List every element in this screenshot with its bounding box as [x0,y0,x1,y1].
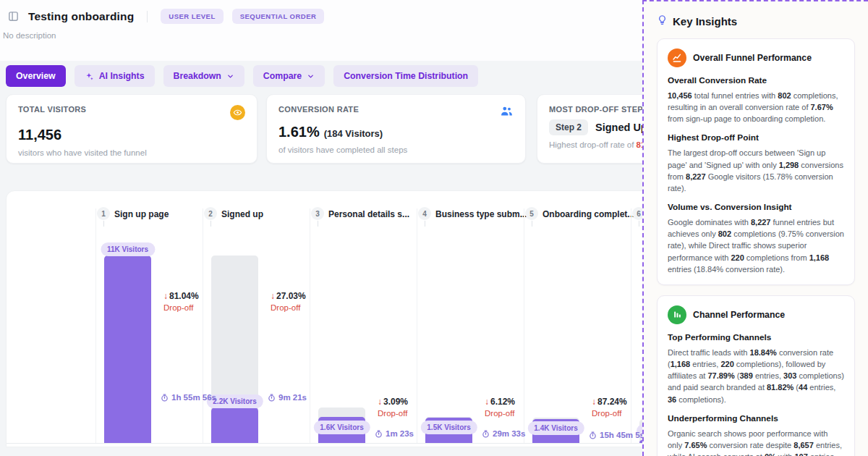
dropoff-percent: ↓87.24% [592,397,627,407]
overall-funnel-performance-icon [668,48,686,67]
dropoff-percent: ↓3.09% [378,397,408,407]
insight-card-title: Overall Funnel Performance [693,53,812,63]
funnel-column-separator [631,208,631,443]
step-tick [639,221,639,227]
insight-section-heading: Overall Conversion Rate [668,75,844,85]
visitors-badge: 1.5K Visitors [420,421,477,434]
time-to-convert: 1m 23s [375,429,414,438]
step-number-badge: Step 2 [549,119,588,135]
stopwatch-icon [375,430,383,438]
step-tick [425,221,425,227]
visitors-badge: 11K Visitors [101,242,155,256]
insight-card-header: Channel Performance [668,305,844,324]
funnel-board-icon [7,10,20,22]
chevron-down-icon [307,72,315,80]
dropoff-annotation: ↓27.03%Drop-off [271,291,306,312]
dropoff-label: Drop-off [592,409,627,418]
insight-card-header: Overall Funnel Performance [668,48,844,67]
step-tick [210,221,211,227]
channel-performance-icon [668,305,686,324]
dropoff-annotation: ↓87.24%Drop-off [592,397,627,418]
tab-conversion-time-distribution[interactable]: Conversion Time Distribution [333,65,478,87]
stopwatch-icon [161,394,169,402]
dropoff-label: Drop-off [163,303,199,312]
down-arrow-icon: ↓ [485,397,489,407]
step-number: 4 [418,207,431,220]
eye-icon [230,105,245,120]
stopwatch-icon [589,431,597,439]
total-visitors-description: visitors who have visited the funnel [18,148,245,157]
insight-section-heading: Top Performing Channels [668,332,844,342]
dropoff-annotation: ↓81.04%Drop-off [163,291,199,312]
key-insights-panel: Key Insights Overall Funnel PerformanceO… [642,0,868,456]
stopwatch-icon [482,430,490,438]
step-label: Business type subm... [435,209,527,219]
insight-section-body: Direct traffic leads with 18.84% convers… [668,347,844,405]
total-visitors-label: TOTAL VISITORS [18,105,86,114]
step-label: Sign up page [114,209,169,219]
time-to-convert: 9m 21s [268,393,307,402]
step-tick [103,221,104,227]
insight-section-heading: Underperforming Channels [668,413,844,423]
dropoff-percent: ↓27.03% [271,291,306,301]
step-number: 3 [311,207,324,220]
sequential-order-badge: SEQUENTIAL ORDER [232,9,325,24]
time-to-convert: 15h 45m 5s [589,431,644,439]
visitors-badge: 1.6K Visitors [313,421,370,434]
step-label: Onboarding complet... [542,209,634,219]
step-number: 1 [97,207,110,220]
funnel-column-separator [203,208,203,443]
tab-overview[interactable]: Overview [6,65,66,87]
funnel-column-separator [95,208,96,443]
page-title: Testing onboarding [28,10,134,23]
step-number: 2 [204,207,217,220]
insight-section-heading: Volume vs. Conversion Insight [668,202,844,212]
tab-ai-insights[interactable]: AI Insights [75,65,155,87]
tab-bar: Overview AI Insights Breakdown Compare C… [6,65,478,87]
down-arrow-icon: ↓ [592,397,596,407]
insight-section-body: Google dominates with 8,227 funnel entri… [668,216,844,275]
insight-section-body: Organic search shows poor performance wi… [668,428,844,456]
total-visitors-value: 11,456 [18,127,61,143]
dropoff-label: Drop-off [271,303,306,312]
tab-breakdown[interactable]: Breakdown [163,65,244,87]
conversion-rate-label: CONVERSION RATE [278,105,359,114]
lightbulb-icon [657,14,668,28]
tab-compare[interactable]: Compare [253,65,325,87]
dropoff-percent: ↓6.12% [485,397,515,407]
time-to-convert: 1h 55m 56s [161,393,216,402]
tab-label: Breakdown [174,71,221,81]
down-arrow-icon: ↓ [163,291,168,301]
funnel-column-separator [310,208,310,443]
insight-card-channel-performance: Channel PerformanceTop Performing Channe… [657,295,855,456]
step-tick [318,221,318,227]
divider [147,11,148,22]
tab-label: Compare [263,71,302,81]
time-to-convert: 29m 33s [482,429,525,438]
stopwatch-icon [268,394,276,402]
funnel-bar[interactable] [211,408,258,443]
funnel-column-separator [417,208,417,443]
funnel-analytics-page: Testing onboarding USER LEVEL SEQUENTIAL… [0,0,868,456]
conversion-rate-card: CONVERSION RATE 1.61% (184 Visitors) of … [266,94,526,164]
sparkle-icon [85,72,94,81]
funnel-bar[interactable] [104,256,151,443]
total-visitors-card: TOTAL VISITORS 11,456 visitors who have … [6,94,258,164]
chevron-down-icon [226,72,234,80]
dropoff-label: Drop-off [378,409,408,418]
step-label: Signed up [221,209,263,219]
conversion-rate-visitors: (184 Visitors) [324,128,383,139]
down-arrow-icon: ↓ [378,397,382,407]
down-arrow-icon: ↓ [271,291,275,301]
insight-section-heading: Highest Drop-off Point [668,132,844,143]
conversion-rate-value: 1.61% [278,124,320,140]
dropoff-annotation: ↓3.09%Drop-off [378,397,408,418]
dropoff-label: Drop-off [485,409,515,418]
dropoff-annotation: ↓6.12%Drop-off [485,397,515,418]
dropoff-percent: ↓81.04% [163,291,199,301]
insight-card-overall-funnel-performance: Overall Funnel PerformanceOverall Conver… [657,38,855,285]
most-dropoff-step-name: Signed Up [595,122,647,133]
funnel-column-separator [524,208,524,443]
step-number: 5 [525,207,538,220]
most-dropoff-label: MOST DROP-OFF STEP [549,105,643,114]
